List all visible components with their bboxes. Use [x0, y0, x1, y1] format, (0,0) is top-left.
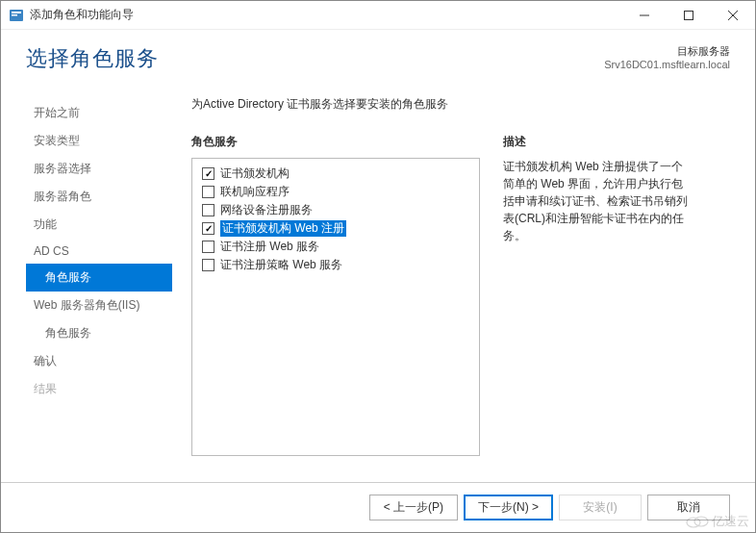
page-title: 选择角色服务 — [26, 44, 159, 73]
instruction-text: 为Active Directory 证书服务选择要安装的角色服务 — [191, 96, 730, 113]
role-option[interactable]: 证书颁发机构 Web 注册 — [202, 219, 469, 238]
close-button[interactable] — [711, 1, 755, 29]
role-option[interactable]: 网络设备注册服务 — [202, 201, 469, 219]
maximize-button[interactable] — [667, 1, 711, 29]
nav-confirm[interactable]: 确认 — [26, 347, 172, 375]
nav-adcs[interactable]: AD CS — [26, 239, 172, 264]
target-server-info: 目标服务器 Srv16DC01.msftlearn.local — [604, 44, 730, 70]
role-option-label: 网络设备注册服务 — [220, 202, 313, 218]
main-content: 为Active Directory 证书服务选择要安装的角色服务 角色服务 证书… — [191, 85, 730, 456]
role-option[interactable]: 证书颁发机构 — [202, 165, 469, 183]
titlebar: 添加角色和功能向导 — [1, 1, 755, 30]
role-option-label: 证书注册 Web 服务 — [220, 239, 319, 255]
svg-point-8 — [694, 517, 708, 526]
watermark: 亿速云 — [686, 513, 749, 530]
role-option[interactable]: 联机响应程序 — [202, 183, 469, 201]
description-heading: 描述 — [503, 134, 730, 150]
checkbox-icon[interactable] — [202, 167, 214, 180]
nav-web-server-role[interactable]: Web 服务器角色(IIS) — [26, 292, 172, 319]
nav-before-begin[interactable]: 开始之前 — [26, 99, 172, 127]
install-button: 安装(I) — [559, 495, 642, 520]
svg-rect-1 — [12, 12, 21, 13]
previous-button[interactable]: < 上一步(P) — [369, 495, 458, 520]
wizard-nav: 开始之前 安装类型 服务器选择 服务器角色 功能 AD CS 角色服务 Web … — [26, 85, 172, 456]
minimize-button[interactable] — [622, 1, 667, 29]
nav-server-roles[interactable]: 服务器角色 — [26, 183, 172, 211]
role-option[interactable]: 证书注册策略 Web 服务 — [202, 256, 469, 274]
roles-heading: 角色服务 — [191, 134, 480, 150]
nav-server-selection[interactable]: 服务器选择 — [26, 155, 172, 183]
svg-rect-2 — [12, 14, 17, 16]
description-text: 证书颁发机构 Web 注册提供了一个简单的 Web 界面，允许用户执行包括申请和… — [503, 158, 692, 244]
app-icon — [9, 8, 24, 23]
checkbox-icon[interactable] — [202, 241, 214, 253]
header: 选择角色服务 目标服务器 Srv16DC01.msftlearn.local — [1, 30, 755, 85]
target-server-label: 目标服务器 — [604, 44, 730, 59]
checkbox-icon[interactable] — [202, 204, 214, 216]
role-option[interactable]: 证书注册 Web 服务 — [202, 238, 469, 256]
nav-role-services-1[interactable]: 角色服务 — [26, 264, 172, 292]
nav-role-services-2[interactable]: 角色服务 — [26, 319, 172, 347]
window-controls — [622, 1, 755, 29]
roles-listbox[interactable]: 证书颁发机构联机响应程序网络设备注册服务证书颁发机构 Web 注册证书注册 We… — [191, 158, 480, 456]
watermark-text: 亿速云 — [712, 513, 749, 530]
nav-features[interactable]: 功能 — [26, 211, 172, 239]
checkbox-icon[interactable] — [202, 186, 214, 198]
checkbox-icon[interactable] — [202, 222, 214, 235]
nav-results: 结果 — [26, 375, 172, 403]
role-option-label: 联机响应程序 — [220, 184, 290, 200]
nav-install-type[interactable]: 安装类型 — [26, 127, 172, 155]
role-option-label: 证书颁发机构 Web 注册 — [220, 220, 346, 237]
role-option-label: 证书颁发机构 — [220, 165, 290, 182]
svg-rect-4 — [685, 11, 693, 19]
footer: < 上一步(P) 下一步(N) > 安装(I) 取消 — [1, 482, 755, 520]
checkbox-icon[interactable] — [202, 259, 214, 271]
body: 开始之前 安装类型 服务器选择 服务器角色 功能 AD CS 角色服务 Web … — [1, 85, 755, 456]
role-option-label: 证书注册策略 Web 服务 — [220, 257, 342, 273]
target-server-value: Srv16DC01.msftlearn.local — [604, 59, 730, 70]
window-title: 添加角色和功能向导 — [30, 7, 622, 23]
next-button[interactable]: 下一步(N) > — [464, 495, 553, 520]
